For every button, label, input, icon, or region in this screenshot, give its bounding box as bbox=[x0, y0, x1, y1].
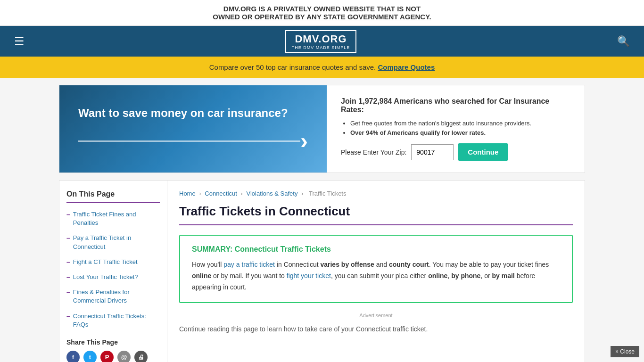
zip-row: Please Enter Your Zip: Continue bbox=[341, 143, 570, 161]
search-icon[interactable]: 🔍 bbox=[617, 35, 630, 48]
ad-banner-text: Compare over 50 top car insurance quotes… bbox=[209, 63, 376, 71]
fight-ticket-link[interactable]: fight your ticket bbox=[287, 272, 331, 280]
benefit-item-1: Get free quotes from the nation's bigges… bbox=[350, 120, 570, 127]
breadcrumb-sep-2: › bbox=[241, 190, 243, 197]
sidebar-item-faqs[interactable]: – Connecticut Traffic Tickets: FAQs bbox=[66, 312, 160, 329]
sidebar-dash-1: – bbox=[66, 211, 70, 218]
breadcrumb: Home › Connecticut › Violations & Safety… bbox=[179, 190, 573, 197]
sidebar-link-pay[interactable]: Pay a Traffic Ticket in Connecticut bbox=[73, 234, 160, 251]
sidebar-dash-6: – bbox=[66, 313, 70, 320]
sidebar-dash-4: – bbox=[66, 273, 70, 281]
sidebar-link-faqs[interactable]: Connecticut Traffic Tickets: FAQs bbox=[73, 312, 160, 329]
pay-traffic-ticket-link[interactable]: pay a traffic ticket bbox=[223, 261, 275, 268]
benefit-bold: Over 94% of Americans qualify for lower … bbox=[350, 129, 486, 136]
disclaimer-highlight2: NOT bbox=[406, 5, 421, 13]
page-title: Traffic Tickets in Connecticut bbox=[179, 204, 573, 225]
print-share-icon[interactable]: 🖨 bbox=[134, 351, 148, 362]
compare-quotes-link[interactable]: Compare Quotes bbox=[378, 63, 435, 71]
county-court-bold: county court bbox=[389, 261, 429, 268]
facebook-share-icon[interactable]: f bbox=[66, 351, 80, 362]
logo-main-text: DMV.ORG bbox=[292, 33, 350, 45]
logo-container[interactable]: DMV.ORG THE DMV MADE SIMPLE bbox=[285, 30, 357, 53]
sidebar-dash-2: – bbox=[66, 234, 70, 242]
breadcrumb-violations[interactable]: Violations & Safety bbox=[247, 190, 298, 197]
close-button[interactable]: × Close bbox=[611, 346, 639, 357]
disclaimer-bar: DMV.ORG IS A PRIVATELY OWNED WEBSITE THA… bbox=[0, 0, 644, 26]
sidebar-dash-3: – bbox=[66, 258, 70, 266]
breadcrumb-sep-3: › bbox=[301, 190, 303, 197]
ad-label: Advertisement bbox=[179, 313, 573, 318]
insurance-right-heading: Join 1,972,984 Americans who searched fo… bbox=[341, 97, 570, 114]
sidebar-dash-5: – bbox=[66, 288, 70, 296]
twitter-share-icon[interactable]: t bbox=[83, 351, 97, 362]
insurance-benefits-list: Get free quotes from the nation's bigges… bbox=[341, 120, 570, 136]
pinterest-share-icon[interactable]: P bbox=[100, 351, 114, 362]
summary-body: How you'll pay a traffic ticket in Conne… bbox=[192, 259, 560, 293]
sidebar-link-fight[interactable]: Fight a CT Traffic Ticket bbox=[73, 258, 138, 266]
share-heading: Share This Page bbox=[66, 338, 160, 346]
breadcrumb-connecticut[interactable]: Connecticut bbox=[205, 190, 237, 197]
sidebar-item-pay[interactable]: – Pay a Traffic Ticket in Connecticut bbox=[66, 234, 160, 251]
sidebar-item-fight[interactable]: – Fight a CT Traffic Ticket bbox=[66, 258, 160, 266]
sidebar-item-lost[interactable]: – Lost Your Traffic Ticket? bbox=[66, 273, 160, 281]
sidebar: On This Page – Traffic Ticket Fines and … bbox=[59, 180, 167, 362]
hamburger-menu-icon[interactable]: ☰ bbox=[14, 35, 25, 48]
zip-label: Please Enter Your Zip: bbox=[341, 148, 406, 156]
ad-banner: Compare over 50 top car insurance quotes… bbox=[0, 57, 644, 78]
sidebar-link-fines[interactable]: Traffic Ticket Fines and Penalties bbox=[73, 210, 160, 227]
continue-reading-text: Continue reading this page to learn how … bbox=[179, 325, 573, 333]
sidebar-link-commercial[interactable]: Fines & Penalties for Commercial Drivers bbox=[73, 288, 160, 305]
breadcrumb-home[interactable]: Home bbox=[179, 190, 196, 197]
sidebar-heading: On This Page bbox=[66, 190, 160, 203]
benefit-item-2: Over 94% of Americans qualify for lower … bbox=[350, 129, 570, 136]
sidebar-item-fines[interactable]: – Traffic Ticket Fines and Penalties bbox=[66, 210, 160, 227]
arrow-container: › bbox=[78, 130, 308, 152]
arrow-line bbox=[78, 140, 300, 142]
logo-sub-text: THE DMV MADE SIMPLE bbox=[292, 45, 350, 50]
logo-box: DMV.ORG THE DMV MADE SIMPLE bbox=[285, 30, 357, 53]
arrow-right-icon: › bbox=[300, 130, 308, 152]
insurance-heading: Want to save money on car insurance? bbox=[78, 106, 308, 120]
by-phone-bold: by phone bbox=[451, 272, 480, 280]
sidebar-link-lost[interactable]: Lost Your Traffic Ticket? bbox=[73, 273, 138, 281]
insurance-right-panel: Join 1,972,984 Americans who searched fo… bbox=[327, 85, 585, 173]
continue-button[interactable]: Continue bbox=[458, 143, 508, 161]
content-wrapper: On This Page – Traffic Ticket Fines and … bbox=[59, 180, 585, 362]
by-mail-bold: by mail bbox=[492, 272, 515, 280]
main-content: Home › Connecticut › Violations & Safety… bbox=[167, 180, 585, 362]
share-section: Share This Page f t P @ 🖨 bbox=[66, 338, 160, 362]
email-share-icon[interactable]: @ bbox=[117, 351, 131, 362]
disclaimer-highlight1: PRIVATELY OWNED bbox=[273, 5, 340, 13]
online-bold-2: online bbox=[428, 272, 447, 280]
insurance-left-panel: Want to save money on car insurance? › bbox=[59, 85, 327, 173]
zip-input[interactable] bbox=[411, 144, 454, 160]
online-bold-1: online bbox=[192, 272, 211, 280]
main-nav: ☰ DMV.ORG THE DMV MADE SIMPLE 🔍 bbox=[0, 26, 644, 57]
varies-bold: varies by offense bbox=[320, 261, 374, 268]
share-icons: f t P @ 🖨 bbox=[66, 351, 160, 362]
insurance-widget: Want to save money on car insurance? › J… bbox=[59, 85, 585, 173]
sidebar-item-commercial[interactable]: – Fines & Penalties for Commercial Drive… bbox=[66, 288, 160, 305]
breadcrumb-sep-1: › bbox=[199, 190, 201, 197]
summary-box: SUMMARY: Connecticut Traffic Tickets How… bbox=[179, 235, 573, 303]
summary-heading: SUMMARY: Connecticut Traffic Tickets bbox=[192, 245, 560, 254]
disclaimer-text: DMV.ORG IS A PRIVATELY OWNED WEBSITE THA… bbox=[213, 5, 431, 21]
breadcrumb-current: Traffic Tickets bbox=[309, 190, 346, 197]
